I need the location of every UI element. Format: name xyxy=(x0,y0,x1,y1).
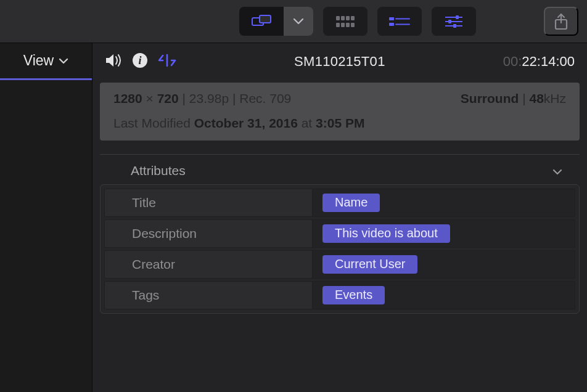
svg-rect-1 xyxy=(260,15,271,23)
svg-rect-8 xyxy=(346,23,350,27)
svg-rect-13 xyxy=(395,23,410,25)
svg-rect-6 xyxy=(336,23,340,27)
volume-icon[interactable] xyxy=(105,53,122,70)
video-format-spec: 1280 × 720 | 23.98p | Rec. 709 xyxy=(113,91,291,106)
attr-label: Description xyxy=(105,226,312,241)
inspector-panel: i SM110215T01 00:22:14:00 1280 × 720 | 2… xyxy=(92,43,587,392)
attr-value-cell[interactable]: Name xyxy=(312,189,575,216)
attr-value-cell[interactable]: Events xyxy=(312,282,575,309)
toolbar-button-group xyxy=(239,7,476,36)
svg-rect-9 xyxy=(351,23,355,27)
attr-value-cell[interactable]: This video is about xyxy=(312,220,575,247)
token-pill[interactable]: Current User xyxy=(322,255,417,274)
svg-rect-3 xyxy=(341,16,345,20)
top-toolbar xyxy=(0,0,587,43)
attr-row-title: Title Name xyxy=(104,189,575,217)
grid-view-icon[interactable] xyxy=(323,7,367,36)
attr-label: Title xyxy=(105,195,312,210)
attr-value-cell[interactable]: Current User xyxy=(312,251,575,278)
last-modified: Last Modified October 31, 2016 at 3:05 P… xyxy=(113,116,566,131)
svg-rect-11 xyxy=(395,18,410,19)
svg-rect-10 xyxy=(389,17,394,20)
svg-rect-4 xyxy=(346,16,350,20)
attr-label: Creator xyxy=(105,257,312,272)
attributes-table: Title Name Description This video is abo… xyxy=(100,184,580,314)
token-pill[interactable]: Name xyxy=(322,194,380,212)
section-title: Attributes xyxy=(131,163,186,178)
display-connected-icon[interactable] xyxy=(239,7,284,36)
svg-rect-7 xyxy=(341,23,345,27)
list-view-icon[interactable] xyxy=(377,7,422,36)
clip-title: SM110215T01 xyxy=(187,54,492,70)
svg-rect-12 xyxy=(389,23,394,26)
display-mode-dropdown[interactable] xyxy=(284,7,313,36)
token-pill[interactable]: This video is about xyxy=(322,224,450,243)
svg-rect-17 xyxy=(448,20,451,23)
sliders-icon[interactable] xyxy=(432,7,476,36)
attr-row-tags: Tags Events xyxy=(104,281,575,309)
attr-label: Tags xyxy=(105,288,312,303)
svg-rect-5 xyxy=(351,16,355,20)
attributes-section-header[interactable]: Attributes xyxy=(92,155,587,184)
sidebar: View xyxy=(0,43,92,392)
timecode: 00:22:14:00 xyxy=(503,54,575,70)
info-icon[interactable]: i xyxy=(132,52,148,71)
chevron-down-icon xyxy=(552,163,562,178)
display-mode-segment xyxy=(239,7,313,36)
svg-rect-19 xyxy=(453,24,456,28)
svg-rect-2 xyxy=(336,16,340,20)
share-button[interactable] xyxy=(544,7,578,36)
clip-metadata-box: 1280 × 720 | 23.98p | Rec. 709 Surround … xyxy=(100,83,580,141)
token-pill[interactable]: Events xyxy=(322,286,385,304)
sync-icon[interactable] xyxy=(158,52,176,71)
chevron-down-icon xyxy=(59,58,68,64)
svg-rect-15 xyxy=(456,15,459,19)
attr-row-creator: Creator Current User xyxy=(104,250,575,279)
audio-format-spec: Surround | 48kHz xyxy=(461,91,566,106)
clip-info-bar: i SM110215T01 00:22:14:00 xyxy=(92,43,587,80)
share-icon xyxy=(554,13,569,30)
attr-row-description: Description This video is about xyxy=(104,219,575,248)
view-tab[interactable]: View xyxy=(0,43,92,80)
view-tab-label: View xyxy=(23,52,54,69)
svg-text:i: i xyxy=(138,54,141,67)
